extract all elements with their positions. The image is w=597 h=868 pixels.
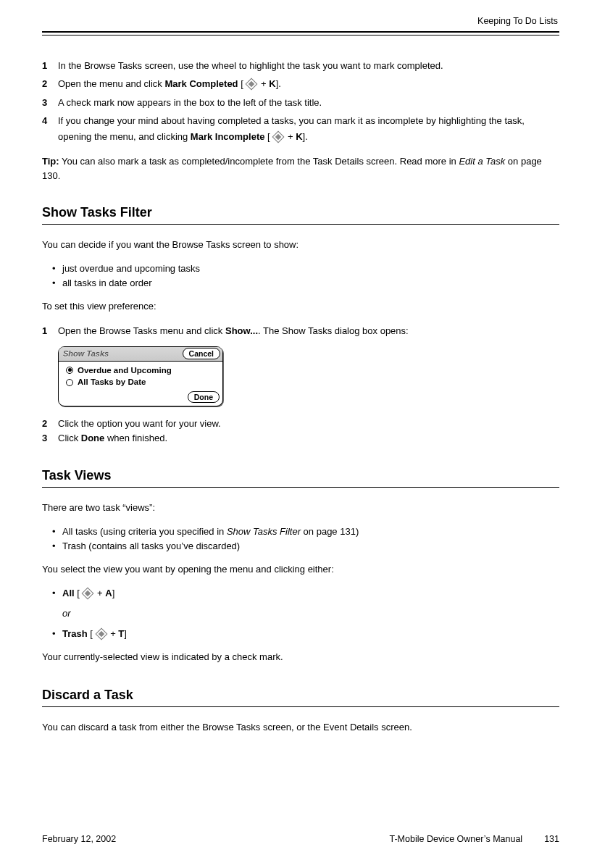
main-content: 1 In the Browse Tasks screen, use the wh… [42, 33, 559, 735]
menu-key-icon [246, 78, 258, 91]
dialog-titlebar: Show Tasks Cancel [59, 347, 222, 362]
menu-key-icon [82, 588, 94, 600]
step-text: Click Done when finished. [58, 431, 559, 446]
dialog-footer: Done [59, 390, 222, 406]
shortcut-key: K [296, 131, 302, 142]
footer-page-number: 131 [544, 832, 559, 846]
done-text: Done [81, 433, 105, 443]
step-number: 1 [42, 323, 58, 338]
step-number: 1 [42, 58, 58, 73]
menu-key-icon [95, 628, 107, 640]
show-tasks-dialog: Show Tasks Cancel Overdue and Upcoming A… [58, 346, 223, 406]
views-list: All tasks (using criteria you specified … [52, 525, 559, 554]
views-shortcut-list: All [ + A] or Trash [ + T] [52, 586, 559, 641]
menu-mark-completed: Mark Completed [164, 78, 238, 89]
heading-rule [42, 224, 559, 225]
radio-all-tasks-by-date[interactable]: All Tasks by Date [66, 376, 217, 388]
heading-rule [42, 487, 559, 488]
list-item: Trash (contains all tasks you’ve discard… [52, 539, 559, 554]
crossref-edit-task: Edit a Task [459, 156, 505, 167]
filter-intro: You can decide if you want the Browse Ta… [42, 238, 559, 253]
filter-options-list: just overdue and upcoming tasks all task… [52, 262, 559, 291]
radio-overdue-upcoming[interactable]: Overdue and Upcoming [66, 364, 217, 377]
list-item-all: All [ + A] [52, 586, 559, 601]
mark-complete-steps: 1 In the Browse Tasks screen, use the wh… [42, 58, 559, 144]
radio-label: Overdue and Upcoming [78, 364, 172, 377]
radio-icon [66, 367, 73, 374]
step-text: Open the menu and click Mark Completed [… [58, 76, 559, 91]
tip-paragraph: Tip: You can also mark a task as complet… [42, 154, 559, 183]
filter-set-pref: To set this view preference: [42, 299, 559, 314]
views-intro: There are two task “views”: [42, 501, 559, 516]
filter-step-3: 3 Click Done when finished. [42, 431, 559, 446]
step-number: 3 [42, 95, 58, 110]
done-button[interactable]: Done [188, 391, 220, 403]
step-text: Open the Browse Tasks menu and click Sho… [58, 323, 559, 338]
filter-step-1: 1 Open the Browse Tasks menu and click S… [42, 323, 559, 338]
shortcut-key: K [269, 78, 275, 89]
views-select: You select the view you want by opening … [42, 562, 559, 577]
running-head: Keeping To Do Lists [42, 14, 559, 31]
filter-step-2: 2 Click the option you want for your vie… [42, 417, 559, 431]
dialog-title: Show Tasks [63, 348, 183, 360]
heading-rule [42, 706, 559, 707]
step-number: 3 [42, 431, 58, 446]
shortcut-key: A [105, 588, 112, 598]
step-text: In the Browse Tasks screen, use the whee… [58, 58, 559, 73]
view-trash: Trash [62, 628, 88, 639]
step-text: A check mark now appears in the box to t… [58, 95, 559, 110]
step-number: 4 [42, 113, 58, 144]
step-1: 1 In the Browse Tasks screen, use the wh… [42, 58, 559, 73]
page-footer: February 12, 2002 T-Mobile Device Owner’… [42, 832, 559, 846]
footer-title: T-Mobile Device Owner’s Manual [390, 832, 523, 846]
filter-steps: 1 Open the Browse Tasks menu and click S… [42, 323, 559, 338]
list-item: just overdue and upcoming tasks [52, 262, 559, 276]
list-item-or: or [52, 606, 559, 621]
discard-text: You can discard a task from either the B… [42, 720, 559, 735]
radio-label: All Tasks by Date [78, 376, 146, 388]
header-area: Keeping To Do Lists [42, 14, 559, 33]
crossref-show-tasks-filter: Show Tasks Filter [227, 526, 301, 537]
footer-date: February 12, 2002 [42, 832, 116, 846]
menu-show: Show... [225, 325, 258, 336]
step-3: 3 A check mark now appears in the box to… [42, 95, 559, 110]
step-number: 2 [42, 417, 58, 431]
menu-key-icon [272, 130, 285, 143]
heading-show-tasks-filter: Show Tasks Filter [42, 203, 559, 222]
step-text: Click the option you want for your view. [58, 417, 559, 431]
list-item: all tasks in date order [52, 276, 559, 291]
step-2: 2 Open the menu and click Mark Completed… [42, 76, 559, 91]
step-number: 2 [42, 76, 58, 91]
view-all: All [62, 588, 75, 598]
views-end: Your currently-selected view is indicate… [42, 650, 559, 665]
dialog-body: Overdue and Upcoming All Tasks by Date [59, 362, 222, 390]
radio-icon [66, 379, 73, 386]
filter-steps-cont: 2 Click the option you want for your vie… [42, 417, 559, 446]
cancel-button[interactable]: Cancel [183, 348, 220, 359]
heading-discard-task: Discard a Task [42, 685, 559, 705]
show-tasks-dialog-figure: Show Tasks Cancel Overdue and Upcoming A… [58, 346, 559, 406]
list-item: All tasks (using criteria you specified … [52, 525, 559, 539]
list-item-trash: Trash [ + T] [52, 627, 559, 641]
step-4: 4 If you change your mind about having c… [42, 113, 559, 144]
step-text: If you change your mind about having com… [58, 113, 559, 144]
menu-mark-incomplete: Mark Incomplete [191, 131, 265, 142]
or-text: or [62, 608, 71, 619]
page: Keeping To Do Lists 1 In the Browse Task… [0, 0, 597, 868]
heading-task-views: Task Views [42, 466, 559, 485]
header-rule [42, 31, 559, 36]
tip-label: Tip: [42, 156, 59, 167]
